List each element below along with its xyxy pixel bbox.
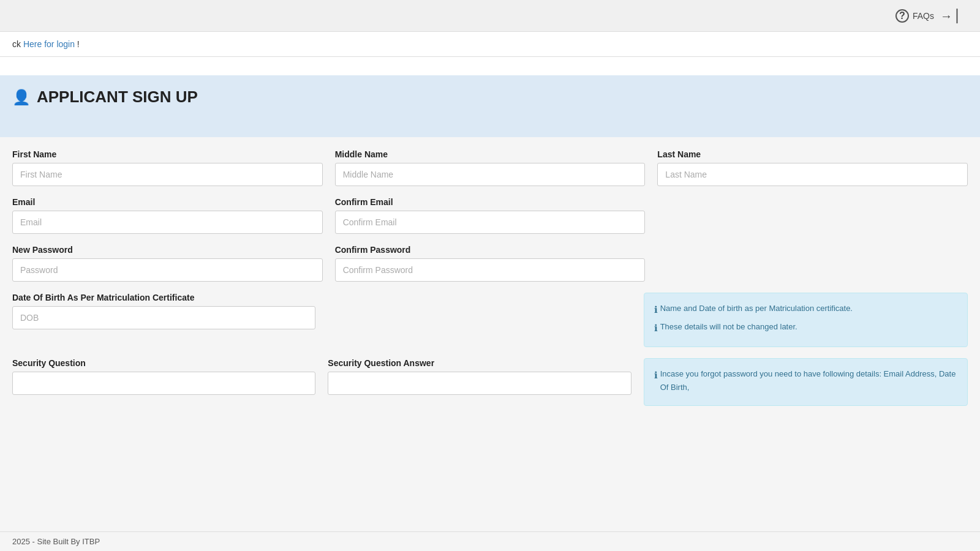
dob-input[interactable] <box>12 306 315 329</box>
user-icon: 👤 <box>12 89 31 106</box>
login-icon[interactable]: →⎪ <box>940 9 962 23</box>
security-question-input[interactable] <box>12 372 315 395</box>
email-input[interactable] <box>12 211 323 234</box>
security-question-group: Security Question <box>12 358 315 395</box>
footer-text: 2025 - Site Built By ITBP <box>12 537 100 546</box>
email-label: Email <box>12 197 323 207</box>
info-line-3: ℹ Incase you forgot password you need to… <box>654 367 957 394</box>
dob-label: Date Of Birth As Per Matriculation Certi… <box>12 293 315 302</box>
last-name-group: Last Name <box>657 149 968 186</box>
login-link-bar: ck Here for login ! <box>0 32 980 57</box>
top-bar: ? FAQs →⎪ <box>0 0 980 32</box>
first-name-input[interactable] <box>12 163 323 186</box>
info-icon-1: ℹ <box>654 302 658 318</box>
dob-group: Date Of Birth As Per Matriculation Certi… <box>12 293 315 329</box>
footer: 2025 - Site Built By ITBP <box>0 531 980 551</box>
new-password-group: New Password <box>12 245 323 282</box>
info-text-3: Incase you forgot password you need to h… <box>660 367 957 394</box>
info-icon-3: ℹ <box>654 367 658 383</box>
faq-icon: ? <box>895 9 909 23</box>
info-text-1: Name and Date of birth as per Matriculat… <box>660 302 853 315</box>
dob-row: Date Of Birth As Per Matriculation Certi… <box>12 293 968 347</box>
info-box-2: ℹ Incase you forgot password you need to… <box>644 358 968 406</box>
info-text-2: These details will not be changed later. <box>660 320 797 334</box>
form-section: 👤 APPLICANT SIGN UP <box>0 75 980 137</box>
first-name-group: First Name <box>12 149 323 186</box>
new-password-input[interactable] <box>12 258 323 282</box>
middle-name-label: Middle Name <box>335 149 646 159</box>
faq-link[interactable]: ? FAQs <box>895 9 934 23</box>
confirm-email-group: Confirm Email <box>335 197 646 234</box>
first-name-label: First Name <box>12 149 323 159</box>
last-name-label: Last Name <box>657 149 968 159</box>
security-answer-input[interactable] <box>328 372 631 395</box>
info-icon-2: ℹ <box>654 320 658 336</box>
spacer <box>0 57 980 75</box>
form-title: 👤 APPLICANT SIGN UP <box>12 88 968 107</box>
form-body: First Name Middle Name Last Name Email C… <box>0 137 980 429</box>
email-row: Email Confirm Email <box>12 197 968 234</box>
link-prefix: ck <box>12 39 21 49</box>
confirm-email-label: Confirm Email <box>335 197 646 207</box>
confirm-password-input[interactable] <box>335 258 646 282</box>
password-row: New Password Confirm Password <box>12 245 968 282</box>
security-row: Security Question Security Question Answ… <box>12 358 968 406</box>
middle-name-group: Middle Name <box>335 149 646 186</box>
last-name-input[interactable] <box>657 163 968 186</box>
info-box-1: ℹ Name and Date of birth as per Matricul… <box>644 293 968 347</box>
info-line-2: ℹ These details will not be changed late… <box>654 320 957 336</box>
login-link[interactable]: login <box>56 39 75 49</box>
confirm-email-input[interactable] <box>335 211 646 234</box>
link-exclaim: ! <box>77 39 80 49</box>
faq-label: FAQs <box>913 11 934 21</box>
confirm-password-group: Confirm Password <box>335 245 646 282</box>
middle-name-input[interactable] <box>335 163 646 186</box>
email-group: Email <box>12 197 323 234</box>
name-row: First Name Middle Name Last Name <box>12 149 968 186</box>
security-answer-label: Security Question Answer <box>328 358 631 368</box>
form-heading: APPLICANT SIGN UP <box>37 88 198 107</box>
info-line-1: ℹ Name and Date of birth as per Matricul… <box>654 302 957 318</box>
confirm-password-label: Confirm Password <box>335 245 646 255</box>
for-link[interactable]: for <box>44 39 54 49</box>
here-link[interactable]: Here <box>23 39 42 49</box>
security-answer-group: Security Question Answer <box>328 358 631 395</box>
new-password-label: New Password <box>12 245 323 255</box>
security-question-label: Security Question <box>12 358 315 368</box>
